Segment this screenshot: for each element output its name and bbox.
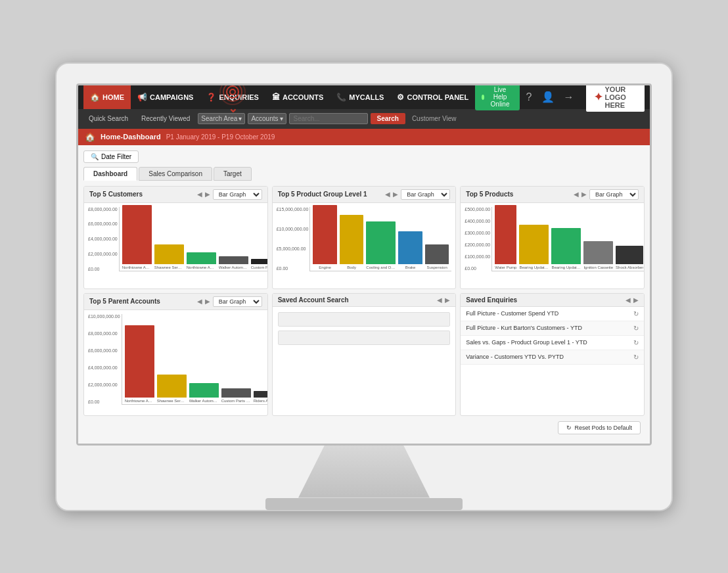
- nav-mycalls[interactable]: 📞 MYCALLS: [330, 85, 390, 109]
- tab-target[interactable]: Target: [214, 167, 252, 181]
- bar-suspension-rect: [425, 244, 449, 264]
- ring-inner: [229, 89, 236, 95]
- bar-shock-rect: [616, 246, 643, 264]
- refresh-icon-3[interactable]: ↻: [633, 339, 639, 346]
- accounts-icon: 🏛: [272, 93, 280, 102]
- pod-top5customers-next[interactable]: ▶: [205, 191, 210, 198]
- refresh-icon-1[interactable]: ↻: [633, 310, 639, 317]
- customer-view-link[interactable]: Customer View: [408, 114, 461, 124]
- enquiries-icon: ❓: [206, 93, 216, 102]
- bar-cooling: Cooling and Drive Belts: [366, 221, 396, 270]
- bar-custom-parts-rect: [251, 259, 268, 264]
- bar-northtowne2: Northtowne Auto Service Ship-To: [187, 252, 216, 270]
- bar-walker: Walker Automotive: [219, 256, 248, 270]
- pod-top5parentaccounts-chart: £10,000,000.00 £8,000,000.00 £6,000,000.…: [88, 314, 263, 411]
- mycalls-icon: 📞: [336, 93, 346, 102]
- tab-sales-comparison[interactable]: Sales Comparison: [139, 167, 212, 181]
- saved-enquiry-label-1: Full Picture - Customer Spend YTD: [466, 310, 558, 317]
- bar-northtowne-rect: [122, 205, 152, 264]
- pod-top5parentaccounts-next[interactable]: ▶: [205, 298, 210, 305]
- saved-enquiry-item-4[interactable]: Variance - Customers YTD Vs. PYTD ↻: [461, 350, 644, 365]
- bar-walker-rect: [219, 256, 248, 264]
- bar-pa-custom: Custom Parts Inc: [221, 388, 251, 403]
- bar-engine: Engine: [313, 205, 337, 270]
- y-axis-top5products: £500,000.00 £400,000.00 £300,000.00 £200…: [465, 207, 490, 271]
- help-icon[interactable]: ?: [524, 91, 535, 103]
- search-button[interactable]: Search: [371, 113, 405, 124]
- bar-northtowne: Northtowne Auto Service: [122, 205, 152, 270]
- bar-bearing2-rect: [551, 228, 581, 264]
- pod-top5products-graph-select[interactable]: Bar Graph Line Graph: [589, 189, 639, 200]
- live-help-button[interactable]: Live Help Online: [475, 83, 519, 110]
- saved-enquiry-item-1[interactable]: Full Picture - Customer Spend YTD ↻: [461, 307, 644, 321]
- saved-enquiry-label-2: Full Picture - Kurt Barton's Customers -…: [466, 325, 582, 331]
- pod-top5parentaccounts-prev[interactable]: ◀: [197, 298, 202, 305]
- bar-engine-rect: [313, 205, 337, 264]
- refresh-icon-4[interactable]: ↻: [633, 354, 639, 361]
- bar-northtowne2-rect: [187, 252, 216, 264]
- nav-accounts[interactable]: 🏛 ACCOUNTS: [265, 85, 330, 109]
- account-search-bar-2[interactable]: [278, 331, 451, 345]
- pod-top5parentaccounts-header: Top 5 Parent Accounts ◀ ▶ Bar Graph Line…: [84, 294, 267, 310]
- pod-top5productgroup-prev[interactable]: ◀: [385, 191, 390, 198]
- search-area-label: Search Area: [201, 115, 237, 122]
- date-period: P1 January 2019 - P19 October 2019: [166, 133, 275, 141]
- user-icon[interactable]: 👤: [539, 91, 557, 103]
- bar-brake-rect: [398, 231, 422, 264]
- bars-top5parentaccounts: Northtowne Auto Service Shawnee Service …: [122, 314, 268, 405]
- pod-top5products-next[interactable]: ▶: [581, 191, 587, 198]
- nav-campaigns-label: CAMPAIGNS: [150, 93, 193, 101]
- refresh-icon-2[interactable]: ↻: [633, 325, 639, 332]
- pod-top5products-header: Top 5 Products ◀ ▶ Bar Graph Line Graph: [461, 187, 644, 203]
- pod-saved-enquiries-title: Saved Enquiries: [466, 296, 517, 304]
- pod-top5customers-graph-select[interactable]: Bar Graph Line Graph Pie Chart: [213, 189, 262, 200]
- pod-top5customers-chart: £8,000,000.00 £6,000,000.00 £4,000,000.0…: [88, 207, 263, 285]
- breadcrumb-home-icon: 🏠: [85, 132, 95, 142]
- nav-enquiries[interactable]: ⌄ ❓ ENQUIRIES: [200, 85, 265, 109]
- saved-enquiry-item-2[interactable]: Full Picture - Kurt Barton's Customers -…: [461, 321, 644, 336]
- accounts-dropdown[interactable]: Accounts ▾: [248, 113, 286, 124]
- search-input[interactable]: [289, 113, 368, 124]
- pod-top5products-prev[interactable]: ◀: [574, 191, 579, 198]
- chevron-small-icon: ▾: [239, 115, 242, 122]
- bar-bearing1-rect: [519, 225, 549, 264]
- quick-search-tab[interactable]: Quick Search: [83, 114, 133, 124]
- bar-pa-walker-rect: [189, 383, 219, 398]
- pod-top5productgroup-graph-select[interactable]: Bar Graph Line Graph: [401, 189, 450, 200]
- account-search-bar-1[interactable]: [278, 312, 451, 327]
- pod-saved-account-search-next[interactable]: ▶: [445, 296, 450, 304]
- bar-shawnee-rect: [154, 244, 184, 264]
- reset-pods-button[interactable]: ↻ Reset Pods to Default: [558, 421, 641, 434]
- pod-saved-enquiries-controls: ◀ ▶: [626, 296, 639, 304]
- tab-dashboard[interactable]: Dashboard: [83, 167, 137, 181]
- date-filter-label: Date Filter: [101, 153, 131, 160]
- pod-top5parentaccounts-graph-select[interactable]: Bar Graph Line Graph: [213, 296, 262, 307]
- pod-saved-enquiries-next[interactable]: ▶: [633, 296, 639, 304]
- arrow-right-icon[interactable]: →: [561, 91, 577, 103]
- pod-top5customers-body: £8,000,000.00 £6,000,000.00 £4,000,000.0…: [84, 203, 267, 288]
- page-title: Home-Dashboard: [101, 133, 161, 141]
- recently-viewed-tab[interactable]: Recently Viewed: [136, 114, 195, 124]
- nav-home-label: HOME: [102, 93, 124, 101]
- saved-enquiry-label-4: Variance - Customers YTD Vs. PYTD: [466, 354, 564, 360]
- pod-top5productgroup-title: Top 5 Product Group Level 1: [278, 191, 367, 198]
- bar-shock: Shock Absorber: [616, 246, 643, 270]
- nav-campaigns[interactable]: 📢 CAMPAIGNS: [131, 85, 200, 109]
- pod-top5customers-prev[interactable]: ◀: [197, 191, 202, 198]
- saved-enquiry-item-3[interactable]: Sales vs. Gaps - Product Group Level 1 -…: [461, 336, 644, 350]
- pod-saved-account-search-prev[interactable]: ◀: [437, 296, 442, 304]
- pod-top5customers-title: Top 5 Customers: [89, 191, 143, 198]
- y-axis-top5parentaccounts: £10,000,000.00 £8,000,000.00 £6,000,000.…: [88, 314, 120, 405]
- bar-brake: Brake: [398, 231, 422, 270]
- accounts-chevron-icon: ▾: [280, 115, 283, 122]
- nav-home[interactable]: 🏠 HOME: [83, 85, 131, 109]
- bar-pa-northtowne: Northtowne Auto Service: [125, 325, 154, 403]
- pod-top5productgroup-next[interactable]: ▶: [393, 191, 398, 198]
- main-content: 🔍 Date Filter Dashboard Sales Comparison…: [78, 145, 650, 444]
- nav-control-panel[interactable]: ⚙ CONTROL PANEL: [390, 85, 475, 109]
- nav-bar: 🏠 HOME 📢 CAMPAIGNS ⌄ ❓: [78, 85, 650, 109]
- top-pods-grid: Top 5 Customers ◀ ▶ Bar Graph Line Graph…: [83, 186, 645, 289]
- pod-top5parentaccounts-body: £10,000,000.00 £8,000,000.00 £6,000,000.…: [84, 310, 267, 415]
- date-filter-button[interactable]: 🔍 Date Filter: [83, 150, 139, 163]
- pod-saved-enquiries-prev[interactable]: ◀: [626, 296, 631, 304]
